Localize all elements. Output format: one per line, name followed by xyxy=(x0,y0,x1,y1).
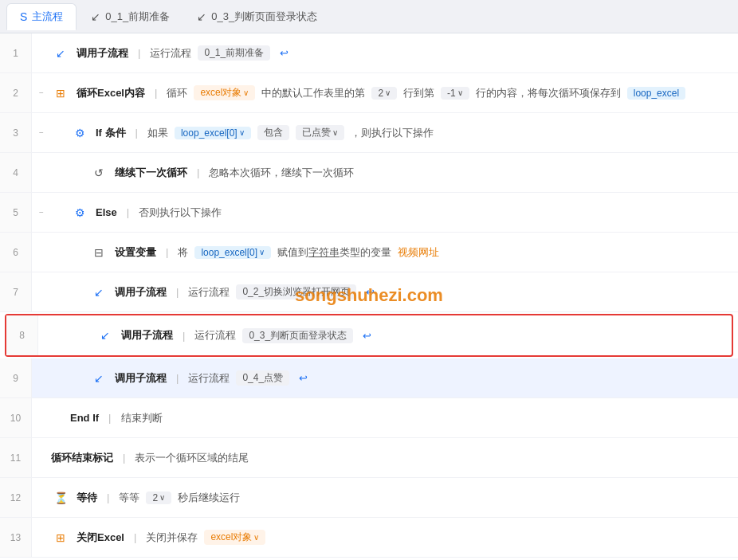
loop-excel-var-tag[interactable]: loop_excel xyxy=(627,87,685,100)
set-var-src-tag[interactable]: loop_excel[0] ∨ xyxy=(194,246,271,259)
flow-row-4: 4 ↺ 继续下一次循环 | 忽略本次循环，继续下一次循环 xyxy=(0,153,738,193)
row-content-8: ↙ 调用子流程 | 运行流程 0_3_判断页面登录状态 ↩ xyxy=(57,315,732,355)
subflow-icon-8: ↙ xyxy=(96,326,115,345)
wait-icon: ⏳ xyxy=(51,488,70,507)
row-num-8: 8 xyxy=(6,315,38,355)
row-expand-11 xyxy=(32,438,51,477)
main-tab-icon: S xyxy=(20,10,27,23)
row-content-13: ⊞ 关闭Excel | 关闭并保存 excel对象 ∨ xyxy=(51,518,738,557)
row-num-2: 2 xyxy=(0,73,32,112)
row-content-2: ⊞ 循环Excel内容 | 循环 excel对象 ∨ 中的默认工作表里的第 2 … xyxy=(51,73,738,112)
row-content-9: ↙ 调用子流程 | 运行流程 0_4_点赞 ↩ xyxy=(51,358,738,397)
goto-icon-9[interactable]: ↩ xyxy=(299,372,308,384)
if-val-tag[interactable]: 已点赞 ∨ xyxy=(296,125,344,140)
row-num-11: 11 xyxy=(0,438,32,477)
row-num-10: 10 xyxy=(0,398,32,437)
row-content-3: ⚙ If 条件 | 如果 loop_excel[0] ∨ 包含 已点赞 ∨ ，则… xyxy=(51,113,738,152)
flow-row-3: 3 − ⚙ If 条件 | 如果 loop_excel[0] ∨ 包含 已点赞 … xyxy=(0,113,738,153)
excel-obj-tag[interactable]: excel对象 ∨ xyxy=(194,85,255,100)
block-title-6: 设置变量 xyxy=(115,245,156,260)
tab-bar: S 主流程 ↙ 0_1_前期准备 ↙ 0_3_判断页面登录状态 xyxy=(0,0,738,33)
subflow-icon-1: ↙ xyxy=(51,44,70,63)
row-num-13: 13 xyxy=(0,518,32,557)
row-content-5: ⚙ Else | 否则执行以下操作 xyxy=(51,193,738,232)
sub1-tab-label: 0_1_前期准备 xyxy=(105,10,170,24)
block-title-8: 调用子流程 xyxy=(121,328,173,343)
block-title-1: 调用子流程 xyxy=(77,46,128,61)
sub2-tab-icon: ↙ xyxy=(197,10,206,23)
row-expand-10 xyxy=(32,398,51,437)
tab-main[interactable]: S 主流程 xyxy=(6,3,77,30)
flow-row-11: 11 循环结束标记 | 表示一个循环区域的结尾 xyxy=(0,438,738,478)
row-content-1: ↙ 调用子流程 | 运行流程 0_1_前期准备 ↩ xyxy=(51,33,738,72)
row-expand-13 xyxy=(32,518,51,557)
tab-sub2[interactable]: ↙ 0_3_判断页面登录状态 xyxy=(184,3,330,30)
flow-row-8-wrapper: 8 ↙ 调用子流程 | 运行流程 0_3_判断页面登录状态 ↩ xyxy=(5,314,733,357)
goto-icon-7[interactable]: ↩ xyxy=(366,286,375,298)
row-num-1: 1 xyxy=(0,33,32,72)
flow-row-2: 2 − ⊞ 循环Excel内容 | 循环 excel对象 ∨ 中的默认工作表里的… xyxy=(0,73,738,113)
row-content-4: ↺ 继续下一次循环 | 忽略本次循环，继续下一次循环 xyxy=(51,153,738,192)
block-title-5: Else xyxy=(96,206,117,218)
block-title-3: If 条件 xyxy=(96,126,126,140)
set-var-icon: ⊟ xyxy=(89,243,108,262)
row-content-6: ⊟ 设置变量 | 将 loop_excel[0] ∨ 赋值到字符串类型的变量 视… xyxy=(51,233,738,272)
row-expand-12 xyxy=(32,478,51,517)
row-expand-3[interactable]: − xyxy=(32,113,51,152)
if-contain-tag[interactable]: 包含 xyxy=(257,125,289,140)
row-expand-4 xyxy=(32,153,51,192)
flow-row-5: 5 − ⚙ Else | 否则执行以下操作 xyxy=(0,193,738,233)
goto-icon-1[interactable]: ↩ xyxy=(280,47,289,59)
row-expand-5[interactable]: − xyxy=(32,193,51,232)
flow-row-8: 8 ↙ 调用子流程 | 运行流程 0_3_判断页面登录状态 ↩ xyxy=(6,315,732,355)
flow-row-7: 7 ↙ 调用子流程 | 运行流程 0_2_切换浏览器打开网页 ↩ xyxy=(0,272,738,312)
row-num-tag-neg1[interactable]: -1 ∨ xyxy=(441,87,469,100)
row-expand-1 xyxy=(32,33,51,72)
row-num-4: 4 xyxy=(0,153,32,192)
row-num-7: 7 xyxy=(0,272,32,311)
flow-row-12: 12 ⏳ 等待 | 等等 2 ∨ 秒后继续运行 xyxy=(0,478,738,518)
block-title-7: 调用子流程 xyxy=(115,285,167,300)
row-expand-9 xyxy=(32,358,51,397)
subflow-tag-8[interactable]: 0_3_判断页面登录状态 xyxy=(242,328,353,343)
loop-excel-icon: ⊞ xyxy=(51,84,70,103)
flow-row-13: 13 ⊞ 关闭Excel | 关闭并保存 excel对象 ∨ xyxy=(0,518,738,558)
flow-row-6: 6 ⊟ 设置变量 | 将 loop_excel[0] ∨ 赋值到字符串类型的变量… xyxy=(0,233,738,272)
row-num-12: 12 xyxy=(0,478,32,517)
block-title-2: 循环Excel内容 xyxy=(77,86,145,100)
block-title-9: 调用子流程 xyxy=(115,371,167,386)
close-excel-icon: ⊞ xyxy=(51,528,70,547)
flow-row-10: 10 End If | 结束判断 xyxy=(0,398,738,438)
row-content-12: ⏳ 等待 | 等等 2 ∨ 秒后继续运行 xyxy=(51,478,738,517)
continue-icon: ↺ xyxy=(89,163,108,182)
subflow-tag-7[interactable]: 0_2_切换浏览器打开网页 xyxy=(236,284,356,300)
tab-sub1[interactable]: ↙ 0_1_前期准备 xyxy=(78,3,183,30)
flow-row-1: 1 ↙ 调用子流程 | 运行流程 0_1_前期准备 ↩ xyxy=(0,33,738,73)
row-expand-8 xyxy=(38,315,57,355)
excel-obj-tag-13[interactable]: excel对象 ∨ xyxy=(204,530,265,545)
subflow-tag-9[interactable]: 0_4_点赞 xyxy=(236,370,289,386)
if-icon: ⚙ xyxy=(70,123,89,143)
block-title-10: End If xyxy=(70,412,99,424)
row-content-7: ↙ 调用子流程 | 运行流程 0_2_切换浏览器打开网页 ↩ xyxy=(51,272,738,311)
row-num-tag-2[interactable]: 2 ∨ xyxy=(371,87,397,100)
if-var-tag[interactable]: loop_excel[0] ∨ xyxy=(175,127,251,139)
main-tab-label: 主流程 xyxy=(32,10,63,24)
row-num-9: 9 xyxy=(0,358,32,397)
row-expand-7 xyxy=(32,272,51,311)
row-num-3: 3 xyxy=(0,113,32,152)
else-icon: ⚙ xyxy=(70,203,89,222)
subflow-icon-7: ↙ xyxy=(89,283,108,302)
sub2-tab-label: 0_3_判断页面登录状态 xyxy=(211,10,317,24)
flow-canvas: songshuhezi.com 1 ↙ 调用子流程 | 运行流程 0_1_前期准… xyxy=(0,33,738,560)
block-desc-1: 运行流程 xyxy=(150,46,191,61)
subflow-icon-9: ↙ xyxy=(89,369,108,388)
row-expand-2[interactable]: − xyxy=(32,73,51,112)
wait-num-tag[interactable]: 2 ∨ xyxy=(146,491,171,504)
subflow-tag-1[interactable]: 0_1_前期准备 xyxy=(198,45,270,61)
video-url-link[interactable]: 视频网址 xyxy=(398,245,439,260)
goto-icon-8[interactable]: ↩ xyxy=(363,330,371,342)
row-expand-6 xyxy=(32,233,51,272)
row-content-11: 循环结束标记 | 表示一个循环区域的结尾 xyxy=(51,438,738,477)
block-title-11: 循环结束标记 xyxy=(51,451,113,465)
